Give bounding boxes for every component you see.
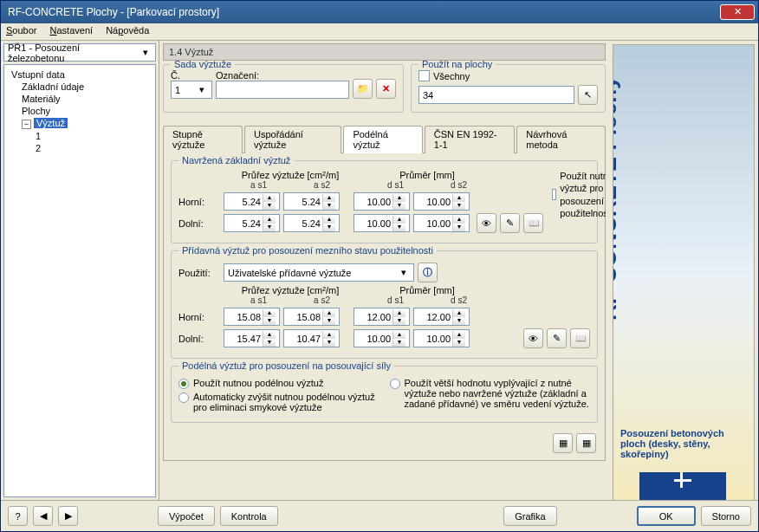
prev-button[interactable]: ◀ [33,506,53,526]
help-button[interactable]: ? [8,506,28,526]
spin-h-ds1[interactable]: ▲▼ [354,192,410,211]
spin-d-as2[interactable]: ▲▼ [283,214,340,232]
radio-larger[interactable]: Použít větší hodnotu vyplývající z nutné… [390,378,591,409]
down-icon[interactable]: ▼ [392,317,405,325]
up-icon[interactable]: ▲ [392,194,405,202]
tree-item[interactable]: Základní údaje [8,81,152,93]
down-icon[interactable]: ▼ [392,202,405,210]
up-icon[interactable]: ▲ [392,216,405,224]
down-icon[interactable]: ▼ [452,224,465,231]
spin-h-ds2[interactable]: ▲▼ [413,192,470,211]
nav-tree[interactable]: Vstupní data Základní údaje Materiály Pl… [3,64,156,497]
library-button[interactable] [523,213,543,233]
spin2-h-as2[interactable]: ▲▼ [283,308,340,326]
view-button[interactable] [523,328,543,348]
spin2-d-ds1[interactable]: ▲▼ [354,329,410,347]
down-icon[interactable]: ▼ [322,202,335,210]
down-icon[interactable]: ▼ [263,317,276,325]
edit-button[interactable] [500,213,520,233]
spin-input[interactable] [354,311,392,323]
spin-input[interactable] [284,196,322,208]
spin-input[interactable] [224,333,263,345]
tree-item[interactable]: 2 [8,142,152,154]
down-icon[interactable]: ▼ [322,224,335,231]
radio-required[interactable]: Použít nutnou podélnou výztuž [178,378,380,389]
tab-stupne[interactable]: Stupně výztuže [163,126,243,153]
spin-d-as1[interactable]: ▲▼ [224,214,280,232]
spin-h-as1[interactable]: ▲▼ [224,192,280,211]
up-icon[interactable]: ▲ [263,216,276,224]
tab-norm[interactable]: ČSN EN 1992-1-1 [425,126,515,153]
spin-input[interactable] [224,311,263,323]
new-set-button[interactable]: 📁 [353,79,373,99]
up-icon[interactable]: ▲ [452,331,465,339]
spin-input[interactable] [414,196,452,208]
up-icon[interactable]: ▲ [322,216,335,224]
down-icon[interactable]: ▼ [392,339,405,347]
tab-podelna[interactable]: Podélná výztuž [343,126,422,153]
spin-input[interactable] [284,311,322,323]
down-icon[interactable]: ▼ [263,339,276,347]
edit-button[interactable] [547,328,567,348]
designation-input[interactable] [216,81,349,99]
check-button[interactable]: Kontrola [220,506,278,526]
spin-h-as2[interactable]: ▲▼ [283,192,340,211]
spin-input[interactable] [224,196,263,208]
pick-surface-button[interactable]: ↖ [578,85,598,105]
up-icon[interactable]: ▲ [392,309,405,317]
info-button[interactable] [418,263,438,282]
up-icon[interactable]: ▲ [322,194,335,202]
spin2-h-as1[interactable]: ▲▼ [224,308,280,326]
view-button[interactable] [477,213,496,233]
export2-button[interactable]: ▦ [576,433,596,453]
up-icon[interactable]: ▲ [263,309,276,317]
spin-input[interactable] [414,333,452,345]
menu-settings[interactable]: Nastavení [50,25,94,36]
up-icon[interactable]: ▲ [452,216,465,224]
ok-button[interactable]: OK [637,506,696,526]
use-required-check[interactable]: Použít nutnou výztuž pro posouzení použi… [552,170,606,219]
down-icon[interactable]: ▼ [322,339,335,347]
delete-set-button[interactable]: ✕ [376,79,396,99]
spin2-d-as1[interactable]: ▲▼ [224,329,280,347]
down-icon[interactable]: ▼ [263,224,276,231]
spin-input[interactable] [354,217,392,230]
tree-item[interactable]: 1 [8,130,152,142]
spin-input[interactable] [284,333,322,345]
spin-input[interactable] [414,217,452,230]
library-button[interactable] [570,328,590,348]
designation-input-field[interactable] [220,84,345,96]
spin-input[interactable] [224,217,263,230]
spin2-d-as2[interactable]: ▲▼ [283,329,340,347]
down-icon[interactable]: ▼ [263,202,276,210]
spin-input[interactable] [414,311,452,323]
spin2-d-ds2[interactable]: ▲▼ [413,329,470,347]
menu-help[interactable]: Nápověda [106,25,149,36]
up-icon[interactable]: ▲ [322,309,335,317]
set-number-combo[interactable]: 1▾ [171,81,212,99]
graphics-button[interactable]: Grafika [503,506,556,526]
down-icon[interactable]: ▼ [392,224,405,231]
down-icon[interactable]: ▼ [452,317,465,325]
close-button[interactable]: ✕ [720,4,755,20]
all-surfaces-check[interactable]: Všechny [418,70,598,81]
spin2-h-ds2[interactable]: ▲▼ [413,308,470,326]
up-icon[interactable]: ▲ [452,309,465,317]
down-icon[interactable]: ▼ [322,317,335,325]
tree-item[interactable]: Materiály [8,93,152,105]
spin-input[interactable] [354,196,392,208]
spin-d-ds1[interactable]: ▲▼ [354,214,410,232]
up-icon[interactable]: ▲ [322,331,335,339]
surfaces-input[interactable]: 34 [418,86,574,104]
case-combo[interactable]: PŘ1 - Posouzení železobetonu ▾ [3,43,156,62]
spin-d-ds2[interactable]: ▲▼ [413,214,470,232]
tree-root[interactable]: Vstupní data [8,68,152,81]
spin-input[interactable] [284,217,322,230]
down-icon[interactable]: ▼ [452,202,465,210]
radio-auto[interactable]: Automaticky zvýšit nutnou podélnou výztu… [178,392,380,412]
next-button[interactable]: ▶ [58,506,78,526]
down-icon[interactable]: ▼ [452,339,465,347]
spin-input[interactable] [354,333,392,345]
tree-item-vyztuz[interactable]: −Výztuž [8,117,152,130]
up-icon[interactable]: ▲ [263,331,276,339]
